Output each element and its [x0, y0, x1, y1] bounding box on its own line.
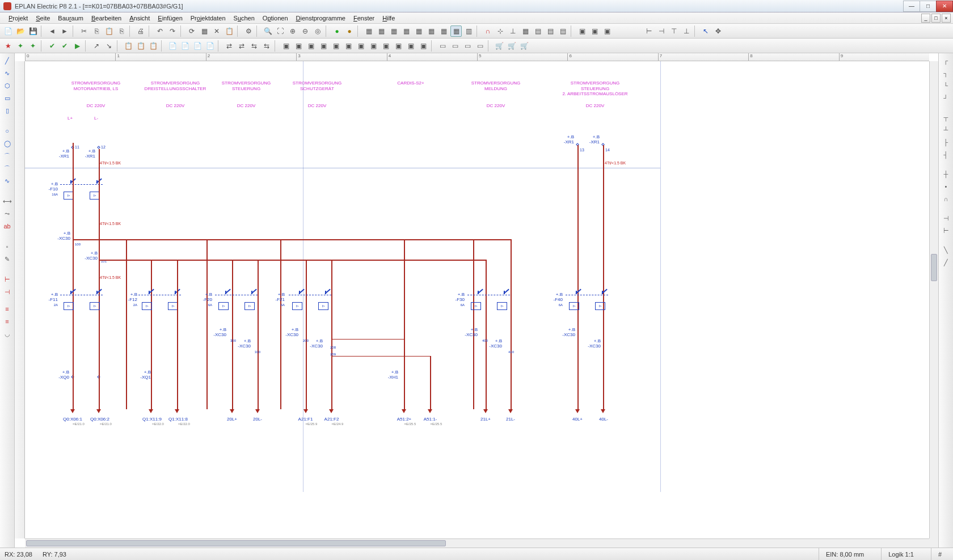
tb2-part9[interactable]: ▣ [380, 40, 391, 52]
rt-tee1-icon[interactable]: ┬ [941, 112, 951, 122]
tb2-part11[interactable]: ▣ [405, 40, 416, 52]
tb2-part10[interactable]: ▣ [393, 40, 404, 52]
tb-layer3[interactable]: ▤ [557, 26, 568, 37]
tb-navi2[interactable]: ▣ [589, 26, 600, 37]
tb-view4[interactable]: ▦ [400, 26, 412, 37]
rt-node-icon[interactable]: • [941, 181, 951, 192]
mdi-restore[interactable]: □ [931, 14, 941, 23]
maximize-button[interactable]: □ [920, 1, 937, 12]
tb-new[interactable]: 📄 [2, 26, 14, 37]
vt-dim-icon[interactable]: ⟷ [2, 196, 12, 206]
tb-layer[interactable]: ▤ [532, 26, 543, 37]
vt-break2-icon[interactable]: ≡ [2, 316, 12, 326]
menu-projekt[interactable]: Projekt [5, 14, 32, 23]
menu-hilfe[interactable]: Hilfe [378, 14, 399, 23]
vt-arc-icon[interactable]: ⌒ [2, 151, 12, 161]
tb-redo[interactable]: ↷ [167, 26, 178, 37]
tb-zoom-window[interactable]: 🔍 [262, 26, 273, 37]
tb-view8[interactable]: ▦ [450, 26, 462, 37]
tb2-macro1[interactable]: ★ [2, 40, 14, 52]
minimize-button[interactable]: — [903, 1, 920, 12]
mdi-minimize[interactable]: _ [921, 14, 930, 23]
vt-intpoint1-icon[interactable]: ⊢ [2, 274, 12, 285]
tb-duplicate[interactable]: ⎘ [116, 26, 127, 37]
hscroll-thumb[interactable] [26, 540, 446, 546]
tb-ortho[interactable]: ⊥ [507, 26, 518, 37]
tb2-cart3[interactable]: 🛒 [518, 40, 530, 52]
tb-copy[interactable]: ⎘ [91, 26, 102, 37]
tb-save[interactable]: 💾 [27, 26, 39, 37]
menu-seite[interactable]: Seite [32, 14, 54, 23]
tb2-sync4[interactable]: ⇆ [261, 40, 272, 52]
tb-layer2[interactable]: ▤ [545, 26, 556, 37]
horizontal-scrollbar[interactable] [25, 538, 929, 548]
tb-zoom-all[interactable]: ◎ [312, 26, 323, 37]
tb-zoom-out[interactable]: ⊖ [300, 26, 311, 37]
vt-rect2-icon[interactable]: ▯ [2, 105, 12, 116]
tb-view1[interactable]: ▦ [363, 26, 374, 37]
tb-snap[interactable]: ⊹ [495, 26, 506, 37]
tb-go-end[interactable]: ● [344, 26, 355, 37]
vt-image-icon[interactable]: ▫ [2, 241, 12, 252]
tb2-sync2[interactable]: ⇄ [236, 40, 247, 52]
vt-intpoint2-icon[interactable]: ⊣ [2, 287, 12, 297]
rt-cross-icon[interactable]: ┼ [941, 169, 951, 179]
vt-arc2-icon[interactable]: ⌒ [2, 163, 12, 173]
tb2-part12[interactable]: ▣ [418, 40, 429, 52]
tb2-doc3[interactable]: 📄 [192, 40, 203, 52]
tb-cut[interactable]: ✂ [78, 26, 90, 37]
tb2-doc4[interactable]: 📄 [204, 40, 216, 52]
rt-corner4-icon[interactable]: ┘ [941, 93, 951, 103]
tb2-plc4[interactable]: ▭ [474, 40, 486, 52]
menu-suchen[interactable]: Suchen [230, 14, 259, 23]
menu-projektdaten[interactable]: Projektdaten [187, 14, 230, 23]
menu-bearbeiten[interactable]: Bearbeiten [87, 14, 125, 23]
tb2-part3[interactable]: ▣ [305, 40, 317, 52]
tb-settings[interactable]: ⚙ [243, 26, 254, 37]
vertical-scrollbar[interactable] [929, 61, 938, 538]
tb-delete[interactable]: ✕ [211, 26, 222, 37]
vt-rect-icon[interactable]: ▭ [2, 93, 12, 103]
tb-zoom-fit[interactable]: ⛶ [275, 26, 286, 37]
tb2-report[interactable]: 📋 [123, 40, 134, 52]
tb-paste[interactable]: 📋 [103, 26, 115, 37]
vt-shield-icon[interactable]: ◡ [2, 329, 12, 339]
tb-next-page[interactable]: ► [59, 26, 70, 37]
tb2-part1[interactable]: ▣ [280, 40, 292, 52]
tb-go-start[interactable]: ● [331, 26, 343, 37]
drawing-area[interactable]: 0123456789 STROMVERSORGUNGMOTORANTRIEB, … [15, 53, 938, 548]
rt-corner2-icon[interactable]: ┐ [941, 68, 951, 78]
tb2-part6[interactable]: ▣ [343, 40, 354, 52]
rt-tee4-icon[interactable]: ┤ [941, 150, 951, 160]
mdi-close[interactable]: × [942, 14, 951, 23]
vt-circle-icon[interactable]: ○ [2, 126, 12, 136]
tb-navi3[interactable]: ▣ [601, 26, 613, 37]
tb2-connect2[interactable]: ↘ [103, 40, 115, 52]
tb2-part4[interactable]: ▣ [318, 40, 329, 52]
tb-cursor[interactable]: ↖ [700, 26, 711, 37]
menu-einfuegen[interactable]: Einfügen [154, 14, 186, 23]
tb2-part2[interactable]: ▣ [293, 40, 304, 52]
tb2-check2[interactable]: ✔ [59, 40, 70, 52]
tb-grid[interactable]: ▦ [199, 26, 210, 37]
tb-prev-page[interactable]: ◄ [47, 26, 58, 37]
close-button[interactable]: ✕ [936, 1, 953, 12]
tb-align[interactable]: ▦ [520, 26, 531, 37]
menu-bauraum[interactable]: Bauraum [54, 14, 87, 23]
rt-jumper-icon[interactable]: ∩ [941, 194, 951, 204]
tb-term1[interactable]: ⊢ [643, 26, 655, 37]
tb2-doc2[interactable]: 📄 [179, 40, 191, 52]
tb2-check[interactable]: ✔ [47, 40, 58, 52]
rt-diag2-icon[interactable]: ╱ [941, 257, 951, 268]
rt-break2-icon[interactable]: ⊢ [941, 226, 951, 236]
tb2-plc2[interactable]: ▭ [449, 40, 461, 52]
menu-fenster[interactable]: Fenster [349, 14, 378, 23]
schematic-canvas[interactable]: STROMVERSORGUNGMOTORANTRIEB, LS DC 220V … [25, 61, 929, 538]
vt-poly-icon[interactable]: ⬡ [2, 80, 12, 91]
tb2-report2[interactable]: 📋 [135, 40, 146, 52]
tb2-report3[interactable]: 📋 [147, 40, 159, 52]
rt-diag1-icon[interactable]: ╲ [941, 245, 951, 255]
tb-view9[interactable]: ▥ [463, 26, 474, 37]
tb2-part5[interactable]: ▣ [330, 40, 341, 52]
menu-dienstprogramme[interactable]: Dienstprogramme [292, 14, 349, 23]
